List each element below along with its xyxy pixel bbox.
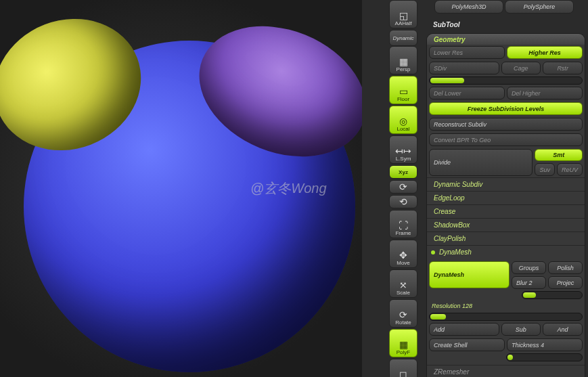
- nav-rot-y[interactable]: ⟲: [389, 195, 417, 208]
- crease-header[interactable]: Crease: [427, 204, 585, 218]
- nav-floor[interactable]: ▭Floor: [389, 76, 417, 104]
- scale-icon: ⤧: [399, 280, 407, 290]
- sdiv-slider-track[interactable]: [429, 76, 583, 85]
- reuv-button[interactable]: ReUV: [557, 163, 583, 176]
- freeze-subdivision-button[interactable]: Freeze SubDivision Levels: [429, 102, 583, 115]
- claypolish-header[interactable]: ClayPolish: [427, 231, 585, 245]
- polish-button[interactable]: Polish: [548, 261, 583, 274]
- grid-icon: ▦: [399, 57, 408, 66]
- thickness-slider-track[interactable]: [506, 353, 583, 361]
- groups-button[interactable]: Groups: [512, 261, 546, 274]
- rstr-button[interactable]: Rstr: [543, 62, 583, 74]
- floor-icon: ▭: [399, 87, 408, 96]
- thickness-slider[interactable]: Thickness 4: [507, 338, 583, 351]
- divide-button[interactable]: Divide: [429, 149, 533, 176]
- polyframe-icon: ▦: [399, 340, 408, 349]
- del-higher-button[interactable]: Del Higher: [507, 87, 583, 99]
- local-icon: ◎: [399, 116, 407, 126]
- edgeloop-header[interactable]: EdgeLoop: [427, 191, 585, 204]
- nav-persp[interactable]: ▦Persp: [389, 46, 417, 74]
- active-dot-icon: [431, 250, 435, 254]
- nav-scale[interactable]: ⤧Scale: [389, 269, 417, 298]
- nav-column: ◱AAHalf Dynamic ▦Persp ▭Floor ◎Local ↤↦L…: [389, 0, 417, 377]
- transp-icon: ◻: [399, 370, 407, 377]
- nav-local[interactable]: ◎Local: [389, 106, 417, 134]
- convert-bpr-button[interactable]: Convert BPR To Geo: [429, 133, 583, 146]
- zremesher-header[interactable]: ZRemesher: [427, 365, 585, 377]
- project-button[interactable]: Projec: [548, 276, 583, 289]
- dynamesh-button[interactable]: DynaMesh: [429, 261, 510, 288]
- nav-lsym[interactable]: ↤↦L.Sym: [389, 135, 417, 164]
- suv-button[interactable]: Suv: [535, 163, 555, 176]
- reconstruct-subdiv-button[interactable]: Reconstruct Subdiv: [429, 118, 583, 131]
- nav-aahalf[interactable]: ◱AAHalf: [389, 0, 417, 28]
- dynamic-subdiv-header[interactable]: Dynamic Subdiv: [427, 177, 585, 191]
- smt-button[interactable]: Smt: [535, 149, 583, 161]
- del-lower-button[interactable]: Del Lower: [429, 87, 505, 99]
- sub-button[interactable]: Sub: [501, 323, 541, 336]
- nav-rotate[interactable]: ⟳Rotate: [389, 299, 417, 328]
- blur-slider[interactable]: Blur 2: [512, 276, 546, 289]
- rotate-ccw-icon: ⟲: [399, 197, 407, 206]
- nav-rot-x[interactable]: ⟳: [389, 180, 417, 194]
- viewport-3d[interactable]: @玄冬Wong: [0, 0, 362, 377]
- and-button[interactable]: And: [543, 323, 583, 336]
- nav-polyf[interactable]: ▦PolyF: [389, 329, 417, 357]
- cage-button[interactable]: Cage: [501, 62, 541, 74]
- blur-slider-track[interactable]: [522, 291, 583, 299]
- resolution-slider-track[interactable]: [429, 313, 583, 321]
- lower-res-button[interactable]: Lower Res: [429, 46, 505, 59]
- nav-dynamic-label[interactable]: Dynamic: [389, 30, 417, 46]
- tooltype-polysphere[interactable]: PolySphere: [505, 0, 574, 14]
- nav-move[interactable]: ✥Move: [389, 240, 417, 268]
- sdiv-slider[interactable]: SDiv: [429, 62, 499, 74]
- rotate-cw-icon: ⟳: [399, 182, 407, 192]
- tooltype-polymesh3d[interactable]: PolyMesh3D: [434, 0, 503, 14]
- nav-xyz[interactable]: Xyz: [389, 165, 417, 179]
- frame-icon: ⛶: [399, 221, 408, 230]
- resolution-slider[interactable]: Resolution 128: [427, 300, 585, 312]
- geometry-header[interactable]: Geometry: [427, 34, 585, 45]
- add-button[interactable]: Add: [429, 323, 499, 336]
- lsym-icon: ↤↦: [395, 146, 411, 156]
- subtool-header[interactable]: SubTool: [426, 18, 588, 31]
- geometry-section: Geometry Lower Res Higher Res SDiv Cage …: [426, 33, 585, 377]
- shadowbox-header[interactable]: ShadowBox: [427, 218, 585, 231]
- rotate-icon: ⟳: [399, 310, 407, 319]
- tool-panel: PolyMesh3D PolySphere SubTool Geometry L…: [426, 0, 588, 377]
- nav-transp[interactable]: ◻Transp: [389, 359, 417, 377]
- aahalf-icon: ◱: [399, 11, 408, 20]
- higher-res-button[interactable]: Higher Res: [507, 46, 583, 59]
- dynamesh-header[interactable]: DynaMesh: [427, 245, 585, 259]
- move-icon: ✥: [399, 250, 407, 260]
- nav-frame[interactable]: ⛶Frame: [389, 210, 417, 238]
- create-shell-button[interactable]: Create Shell: [429, 338, 505, 351]
